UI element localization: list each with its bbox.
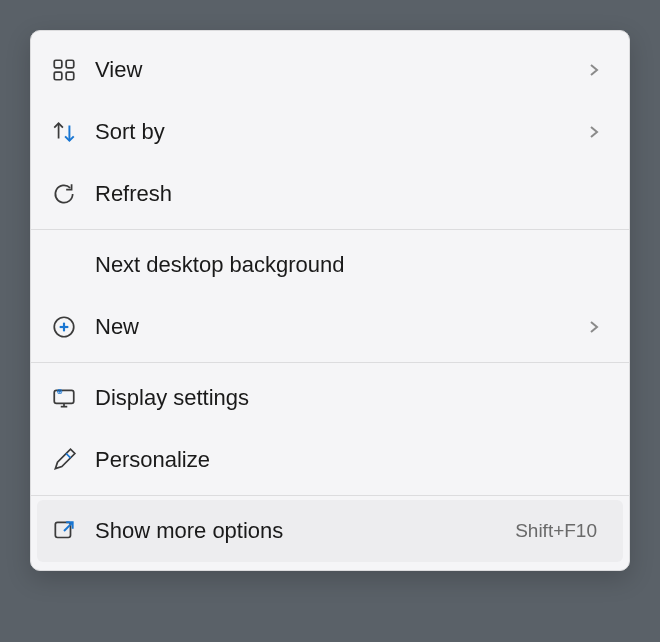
svg-rect-2	[54, 72, 62, 80]
view-icon	[49, 57, 95, 83]
desktop-context-menu: View Sort by Refresh N	[30, 30, 630, 571]
chevron-right-icon	[583, 62, 605, 78]
menu-divider	[31, 362, 629, 363]
svg-rect-7	[54, 390, 74, 403]
menu-item-view[interactable]: View	[31, 39, 629, 101]
new-icon	[49, 314, 95, 340]
svg-line-11	[66, 454, 70, 458]
chevron-right-icon	[583, 124, 605, 140]
menu-divider	[31, 229, 629, 230]
svg-rect-3	[66, 72, 74, 80]
menu-item-label: Next desktop background	[95, 252, 605, 278]
menu-item-label: Refresh	[95, 181, 605, 207]
menu-item-label: Sort by	[95, 119, 583, 145]
show-more-icon	[49, 518, 95, 544]
menu-item-refresh[interactable]: Refresh	[31, 163, 629, 225]
chevron-right-icon	[583, 319, 605, 335]
svg-rect-0	[54, 60, 62, 68]
svg-point-10	[58, 390, 61, 393]
menu-item-new[interactable]: New	[31, 296, 629, 358]
menu-item-label: Personalize	[95, 447, 605, 473]
menu-item-label: New	[95, 314, 583, 340]
menu-item-label: View	[95, 57, 583, 83]
menu-divider	[31, 495, 629, 496]
menu-item-show-more-options[interactable]: Show more options Shift+F10	[37, 500, 623, 562]
menu-item-next-desktop-background[interactable]: Next desktop background	[31, 234, 629, 296]
menu-item-shortcut: Shift+F10	[515, 520, 597, 542]
menu-item-label: Show more options	[95, 518, 515, 544]
menu-item-display-settings[interactable]: Display settings	[31, 367, 629, 429]
display-settings-icon	[49, 385, 95, 411]
personalize-icon	[49, 447, 95, 473]
svg-rect-1	[66, 60, 74, 68]
menu-item-sort-by[interactable]: Sort by	[31, 101, 629, 163]
sort-icon	[49, 119, 95, 145]
refresh-icon	[49, 181, 95, 207]
menu-item-personalize[interactable]: Personalize	[31, 429, 629, 491]
menu-item-label: Display settings	[95, 385, 605, 411]
svg-rect-12	[55, 522, 70, 537]
